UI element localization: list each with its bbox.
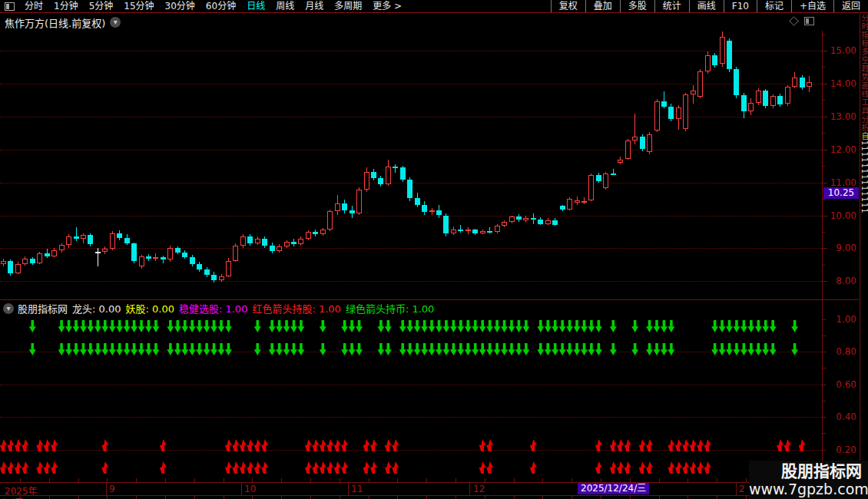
period-tab-多周期[interactable]: 多周期 [329, 0, 367, 12]
price-tick [823, 166, 825, 167]
period-tab-周线[interactable]: 周线 [270, 0, 300, 12]
signal-axis-tick [823, 319, 826, 320]
right-sidebar[interactable]: 分时指标多空趋势画线工具分析自1111111111111 [860, 14, 868, 499]
green-hold-cash-arrow [740, 320, 747, 332]
green-hold-cash-arrow [377, 343, 384, 355]
red-hold-stock-arrow [51, 461, 58, 474]
diamond-icon[interactable] [789, 16, 799, 26]
menu-F10[interactable]: F10 [724, 0, 757, 12]
menu-返回[interactable]: 返回 [833, 0, 868, 12]
sidebar-tab-label[interactable]: 自 [860, 132, 868, 140]
red-hold-stock-arrow [479, 461, 486, 474]
candle-body [66, 236, 71, 245]
green-hold-cash-arrow [290, 320, 297, 332]
green-hold-cash-arrow [124, 320, 131, 332]
green-hold-cash-arrow [522, 343, 529, 355]
title-chevron-down-icon[interactable]: ▾ [110, 17, 121, 28]
candle-body [378, 178, 383, 183]
clipped-row-tick [281, 496, 282, 499]
green-hold-cash-arrow [152, 343, 159, 355]
candle-body [371, 172, 376, 179]
candle-body [611, 173, 616, 175]
green-hold-cash-arrow [349, 320, 356, 332]
green-hold-cash-arrow [588, 320, 595, 332]
period-tab-5分钟[interactable]: 5分钟 [84, 0, 119, 12]
menu-标记[interactable]: 标记 [757, 0, 791, 12]
price-label: 11.00 [830, 177, 856, 188]
candle-body [712, 55, 717, 65]
period-tab-30分钟[interactable]: 30分钟 [160, 0, 200, 12]
menu-多股[interactable]: 多股 [620, 0, 654, 12]
period-tab-日线[interactable]: 日线 [241, 0, 270, 12]
green-hold-cash-arrow [631, 343, 638, 355]
green-hold-cash-arrow [225, 343, 232, 355]
clipped-row-tick [165, 496, 166, 499]
green-hold-cash-arrow [196, 320, 203, 332]
date-label: 2 [739, 484, 745, 494]
clipped-row-tick [78, 496, 79, 499]
green-hold-cash-arrow [101, 343, 108, 355]
candle-body [697, 71, 703, 97]
clipped-bottom-row: 分时图 [0, 496, 859, 499]
green-hold-cash-arrow [109, 320, 116, 332]
candlestick-chart[interactable] [0, 31, 822, 299]
indicator-legend: ▾ 股朋指标网龙头: 0.00妖股: 0.00稳健选股: 1.00红色箭头持股:… [0, 301, 822, 316]
candle-body [800, 78, 805, 88]
price-tick [823, 150, 827, 150]
menu-叠加[interactable]: 叠加 [585, 0, 620, 12]
candle-body [88, 235, 93, 244]
green-hold-cash-arrow [726, 343, 733, 355]
indicator-value: 绿色箭头持币: 1.00 [346, 301, 434, 316]
candle-body [640, 137, 645, 149]
green-hold-cash-arrow [174, 320, 181, 332]
signal-panel[interactable] [0, 316, 822, 482]
stock-title: 焦作万方(日线.前复权) [5, 15, 105, 30]
green-hold-cash-arrow [762, 320, 769, 332]
green-hold-cash-arrow [501, 343, 508, 355]
candle-body [204, 269, 210, 274]
green-hold-cash-arrow [138, 343, 145, 355]
red-hold-stock-arrow [320, 461, 326, 474]
period-tab-60分钟[interactable]: 60分钟 [200, 0, 241, 12]
menu-+自选[interactable]: +自选 [791, 0, 833, 12]
price-gridline [0, 51, 822, 51]
clipped-row-tick [426, 496, 427, 499]
clipped-row-tick [485, 496, 485, 499]
green-hold-cash-arrow [152, 320, 159, 332]
date-axis: 2025年910111222025/12/24/三 [0, 483, 859, 495]
green-hold-cash-arrow [566, 320, 573, 332]
menu-画线[interactable]: 画线 [689, 0, 724, 12]
candle-body [531, 218, 536, 220]
title-row: 焦作万方(日线.前复权) ▾ [0, 14, 859, 31]
menu-统计[interactable]: 统计 [654, 0, 689, 12]
indicator-chevron-down-icon[interactable]: ▾ [3, 303, 14, 314]
green-hold-cash-arrow [80, 320, 87, 332]
date-label: 11 [351, 484, 363, 494]
period-tab-月线[interactable]: 月线 [300, 0, 329, 12]
green-hold-cash-arrow [429, 343, 436, 355]
clipped-row-tick [746, 496, 747, 499]
signal-axis-label: 0.60 [836, 379, 856, 390]
split-panel-icon[interactable] [804, 17, 814, 25]
red-hold-stock-arrow [7, 461, 14, 474]
menu-复权[interactable]: 复权 [551, 0, 585, 12]
green-hold-cash-arrow [646, 320, 653, 332]
period-tab-1分钟[interactable]: 1分钟 [48, 0, 84, 12]
candle-body [356, 190, 362, 213]
window-layout-icon[interactable] [5, 2, 15, 11]
green-hold-cash-arrow [65, 320, 72, 332]
candle-body [59, 245, 65, 250]
signal-axis-label: 1.00 [836, 314, 856, 325]
period-tab-分时[interactable]: 分时 [19, 0, 48, 12]
period-tab-15分钟[interactable]: 15分钟 [118, 0, 159, 12]
green-hold-cash-arrow [457, 320, 464, 332]
green-hold-cash-arrow [290, 343, 297, 355]
candle-body [552, 220, 558, 225]
green-hold-cash-arrow [552, 343, 558, 355]
green-hold-cash-arrow [509, 343, 515, 355]
candle-body [298, 239, 303, 245]
red-hold-stock-arrow [486, 461, 493, 474]
period-tab-更多 >[interactable]: 更多 > [367, 0, 407, 12]
candle-body [734, 69, 739, 96]
red-hold-stock-arrow [44, 461, 51, 474]
